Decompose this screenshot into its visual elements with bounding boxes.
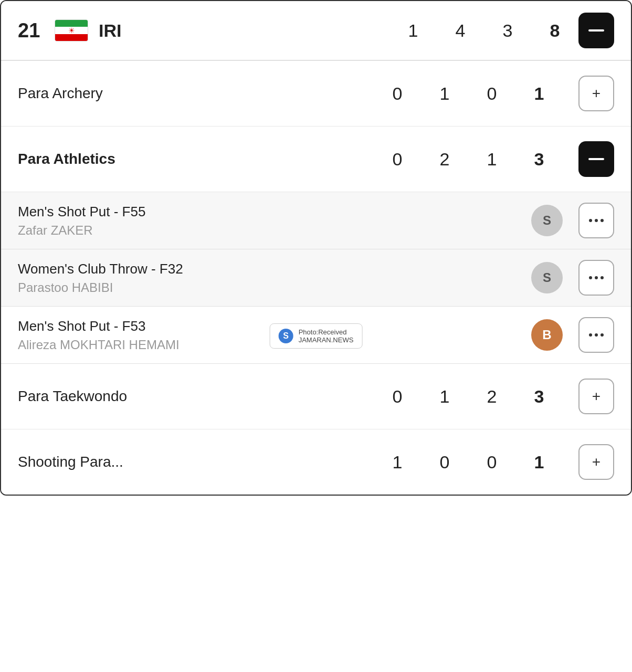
sport-row-para-athletics: Para Athletics 0 2 1 3 [1,127,631,192]
sport-name-para-archery: Para Archery [18,85,389,102]
archery-gold: 0 [389,83,405,104]
bronze-count: 3 [500,20,515,41]
flag-emblem: ☀ [68,27,75,34]
flag-white-stripe: ☀ [55,27,88,34]
minus-icon [588,29,604,32]
sport-name-shooting: Shooting Para... [18,454,389,470]
shooting-scores: 1 0 0 1 [389,452,547,472]
event-name-f53: Men's Shot Put - F53 [18,318,531,334]
score-columns: 1 4 3 8 [405,20,563,41]
shooting-silver: 0 [437,452,452,472]
sport-row-shooting: Shooting Para... 1 0 0 1 + [1,429,631,495]
shooting-bronze: 0 [484,452,500,472]
flag-red-stripe [55,34,88,41]
event-options-button-f53[interactable] [578,317,614,353]
medal-badge-silver-f55: S [531,205,563,236]
header-row: 21 ☀ IRI 1 4 3 8 [1,1,631,61]
archery-bronze: 0 [484,83,500,104]
rank-number: 21 [18,19,55,42]
dot3 [601,333,604,337]
athlete-name-f55: Zafar ZAKER [18,220,531,238]
taekwondo-bronze: 2 [484,386,500,407]
event-options-button-f32[interactable] [578,260,614,296]
dot1 [589,333,592,337]
event-options-button-f55[interactable] [578,203,614,238]
event-content-f53: Men's Shot Put - F53 Alireza MOKHTARI HE… [18,318,531,352]
dot2 [595,219,598,222]
silver-count: 4 [452,20,468,41]
athletics-minus-icon [588,158,604,160]
athletics-total: 3 [531,149,547,170]
event-name-f32: Women's Club Throw - F32 [18,261,531,277]
event-row-club-throw-f32: Women's Club Throw - F32 Parastoo HABIBI… [1,249,631,307]
dot1 [589,276,592,279]
shooting-gold: 1 [389,452,405,472]
athlete-name-f53: Alireza MOKHTARI HEMAMI [18,334,531,352]
athletics-gold: 0 [389,149,405,170]
athletics-bronze: 1 [484,149,500,170]
total-count: 8 [547,20,563,41]
taekwondo-gold: 0 [389,386,405,407]
taekwondo-total: 3 [531,386,547,407]
athletics-collapse-button[interactable] [578,141,614,177]
event-row-shot-put-f53: Men's Shot Put - F53 Alireza MOKHTARI HE… [1,307,631,364]
sport-row-para-archery: Para Archery 0 1 0 1 + [1,61,631,127]
taekwondo-expand-button[interactable]: + [578,379,614,414]
collapse-button[interactable] [578,13,614,48]
archery-total: 1 [531,83,547,104]
taekwondo-scores: 0 1 2 3 [389,386,547,407]
sport-row-para-taekwondo: Para Taekwondo 0 1 2 3 + [1,364,631,429]
event-row-shot-put-f55: Men's Shot Put - F55 Zafar ZAKER S [1,192,631,249]
country-code: IRI [99,20,405,41]
athletics-scores: 0 2 1 3 [389,149,547,170]
athletics-silver: 2 [437,149,452,170]
iran-flag: ☀ [55,19,88,41]
gold-count: 1 [405,20,421,41]
dot3 [601,276,604,279]
sport-name-para-athletics: Para Athletics [18,151,389,167]
archery-expand-button[interactable]: + [578,76,614,111]
shooting-total: 1 [531,452,547,472]
event-content-f32: Women's Club Throw - F32 Parastoo HABIBI [18,261,531,295]
archery-silver: 1 [437,83,452,104]
athlete-name-f32: Parastoo HABIBI [18,277,531,295]
page-wrapper: 21 ☀ IRI 1 4 3 8 Para Archery [0,0,632,672]
dot1 [589,219,592,222]
dot2 [595,276,598,279]
dot2 [595,333,598,337]
dot3 [601,219,604,222]
medal-badge-silver-f32: S [531,262,563,293]
sport-name-para-taekwondo: Para Taekwondo [18,388,389,405]
event-content-f55: Men's Shot Put - F55 Zafar ZAKER [18,204,531,238]
taekwondo-silver: 1 [437,386,452,407]
shooting-expand-button[interactable]: + [578,444,614,480]
event-name-f55: Men's Shot Put - F55 [18,204,531,220]
archery-scores: 0 1 0 1 [389,83,547,104]
main-container: 21 ☀ IRI 1 4 3 8 Para Archery [0,0,632,496]
medal-badge-bronze-f53: B [531,319,563,351]
